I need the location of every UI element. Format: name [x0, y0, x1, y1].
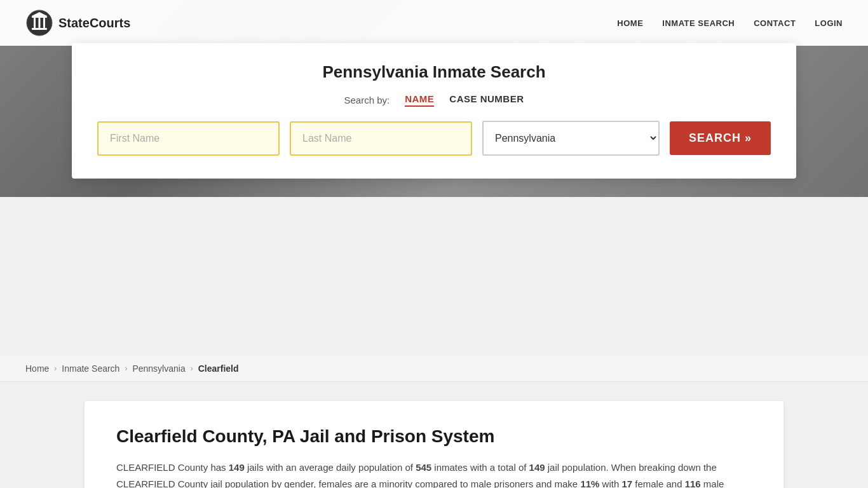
content-description: CLEARFIELD County has 149 jails with an …: [116, 459, 752, 488]
content-title: Clearfield County, PA Jail and Prison Sy…: [116, 426, 752, 447]
search-by-row: Search by: NAME CASE NUMBER: [97, 93, 771, 107]
site-logo[interactable]: StateCourts: [25, 9, 130, 37]
hero-section: COURTHOUSE StateCourts HOME INMATE SEARC…: [0, 0, 868, 197]
breadcrumb: Home › Inmate Search › Pennsylvania › Cl…: [0, 356, 868, 382]
search-inputs-row: Pennsylvania Alabama Alaska Arizona Cali…: [97, 121, 771, 156]
search-by-label: Search by:: [344, 95, 390, 105]
nav-home[interactable]: HOME: [617, 18, 643, 28]
logo-icon: [25, 9, 53, 37]
search-card: Pennsylvania Inmate Search Search by: NA…: [72, 43, 796, 179]
breadcrumb-home[interactable]: Home: [25, 363, 49, 374]
breadcrumb-current: Clearfield: [198, 363, 239, 374]
tab-name[interactable]: NAME: [405, 93, 434, 107]
tab-case-number[interactable]: CASE NUMBER: [449, 93, 524, 107]
nav-contact[interactable]: CONTACT: [754, 18, 796, 28]
search-button[interactable]: SEARCH »: [670, 121, 771, 155]
nav-inmate-search[interactable]: INMATE SEARCH: [662, 18, 735, 28]
last-name-input[interactable]: [290, 121, 472, 156]
svg-rect-3: [34, 18, 36, 28]
nav-login[interactable]: LOGIN: [815, 18, 843, 28]
first-name-input[interactable]: [97, 121, 280, 156]
content-card: Clearfield County, PA Jail and Prison Sy…: [85, 401, 783, 488]
breadcrumb-sep-3: ›: [191, 364, 193, 373]
nav-links: HOME INMATE SEARCH CONTACT LOGIN: [617, 17, 843, 29]
search-title: Pennsylvania Inmate Search: [97, 62, 771, 82]
breadcrumb-sep-1: ›: [54, 364, 57, 373]
main-content: Clearfield County, PA Jail and Prison Sy…: [72, 382, 796, 488]
svg-rect-5: [43, 18, 45, 28]
svg-rect-2: [32, 16, 47, 18]
top-navigation: StateCourts HOME INMATE SEARCH CONTACT L…: [0, 0, 868, 46]
search-card-wrapper: Pennsylvania Inmate Search Search by: NA…: [72, 43, 796, 179]
svg-rect-1: [32, 28, 47, 30]
logo-text: StateCourts: [58, 16, 130, 30]
state-select[interactable]: Pennsylvania Alabama Alaska Arizona Cali…: [482, 121, 660, 156]
svg-rect-4: [39, 18, 41, 28]
breadcrumb-sep-2: ›: [125, 364, 127, 373]
breadcrumb-inmate-search[interactable]: Inmate Search: [62, 363, 119, 374]
breadcrumb-pennsylvania[interactable]: Pennsylvania: [132, 363, 185, 374]
